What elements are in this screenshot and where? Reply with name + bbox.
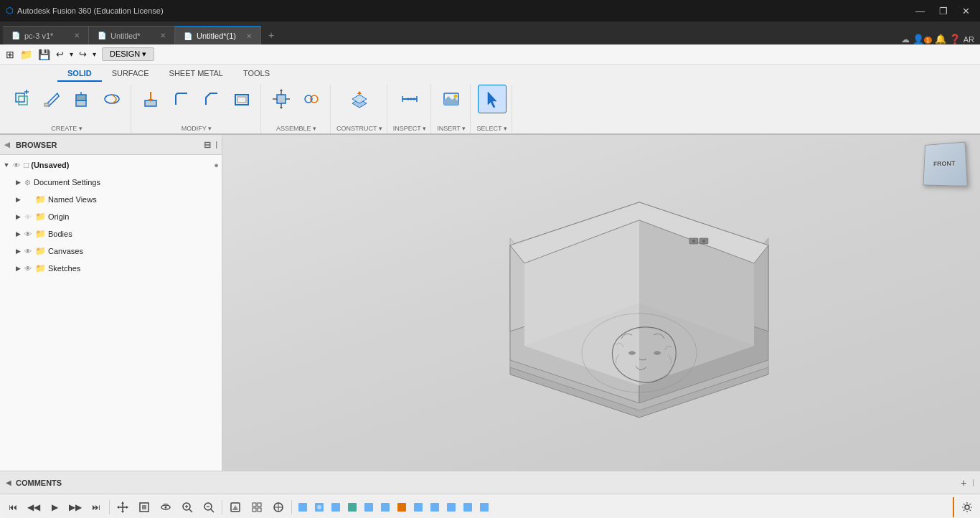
- tab-untitled-close[interactable]: ✕: [160, 32, 166, 39]
- sketches-eye[interactable]: 👁: [23, 263, 33, 273]
- tab-surface[interactable]: SURFACE: [102, 66, 159, 82]
- tab-tools[interactable]: TOOLS: [233, 66, 280, 82]
- timeline-item-8[interactable]: [410, 499, 426, 515]
- tree-item-doc-settings[interactable]: ⚙ Document Settings: [0, 174, 222, 191]
- origin-eye[interactable]: 👁: [23, 212, 33, 222]
- new-component-button[interactable]: [7, 85, 36, 113]
- insert-group: INSERT ▾: [433, 85, 471, 133]
- close-button[interactable]: ✕: [958, 4, 974, 18]
- root-dot-menu[interactable]: ●: [214, 161, 219, 169]
- step-forward-button[interactable]: ▶▶: [65, 497, 85, 517]
- bodies-eye[interactable]: 👁: [23, 229, 33, 239]
- browser-collapse[interactable]: ⊟: [204, 140, 211, 150]
- help-icon[interactable]: ❓: [949, 34, 961, 44]
- construct-group: CONSTRUCT ▾: [332, 85, 387, 133]
- doc-settings-arrow[interactable]: [13, 177, 23, 187]
- tab-sheet-metal[interactable]: SHEET METAL: [159, 66, 233, 82]
- timeline-item-2[interactable]: [311, 499, 327, 515]
- sep2: [222, 500, 222, 514]
- pan-button[interactable]: [113, 497, 133, 517]
- shell-button[interactable]: [227, 85, 256, 113]
- fit-to-window-button[interactable]: [134, 497, 154, 517]
- comments-left-arrow[interactable]: ◀: [6, 479, 11, 486]
- extrude-button[interactable]: [67, 85, 96, 113]
- canvases-eye[interactable]: 👁: [23, 246, 33, 256]
- tab-untitled1-close[interactable]: ✕: [246, 32, 252, 40]
- revolve-button[interactable]: [98, 85, 126, 113]
- tab-solid[interactable]: SOLID: [57, 66, 102, 82]
- tree-item-bodies[interactable]: 👁 📁 Bodies: [0, 225, 222, 242]
- browser-pin[interactable]: |: [215, 141, 217, 149]
- offset-plane-button[interactable]: [345, 85, 374, 113]
- tree-item-root[interactable]: 👁 □ (Unsaved) ●: [0, 156, 222, 174]
- timeline-settings-button[interactable]: [957, 497, 977, 517]
- skip-forward-button[interactable]: ⏭: [86, 497, 106, 517]
- tree-item-canvases[interactable]: 👁 📁 Canvases: [0, 242, 222, 260]
- svg-marker-65: [126, 506, 128, 509]
- tree-item-named-views[interactable]: 📁 Named Views: [0, 191, 222, 208]
- timeline-item-1[interactable]: [295, 499, 311, 515]
- timeline-item-9[interactable]: [427, 499, 443, 515]
- sketches-arrow[interactable]: [13, 263, 23, 273]
- zoom-fit-button[interactable]: [199, 497, 219, 517]
- minimize-button[interactable]: —: [911, 4, 929, 18]
- timeline-settings-icon: [961, 501, 973, 513]
- step-back-button[interactable]: ◀◀: [24, 497, 44, 517]
- save-icon[interactable]: 💾: [38, 49, 50, 60]
- move-copy-button[interactable]: [267, 85, 296, 113]
- notification-icon[interactable]: 🔔: [935, 34, 946, 44]
- tree-item-origin[interactable]: 👁 📁 Origin: [0, 208, 222, 225]
- skip-back-button[interactable]: ⏮: [3, 497, 23, 517]
- timeline-item-11[interactable]: [460, 499, 476, 515]
- svg-marker-62: [121, 501, 124, 504]
- root-arrow[interactable]: [1, 160, 11, 170]
- display-mode-button[interactable]: [225, 497, 245, 517]
- comments-add-button[interactable]: +: [961, 477, 966, 489]
- timeline-item-12[interactable]: [476, 499, 492, 515]
- origin-arrow[interactable]: [13, 212, 23, 222]
- undo-arrow[interactable]: ▾: [70, 50, 73, 58]
- timeline-item-7[interactable]: [394, 499, 410, 515]
- tab-untitled[interactable]: 📄 Untitled* ✕: [89, 26, 175, 44]
- viewcube[interactable]: FRONT: [923, 142, 973, 192]
- restore-button[interactable]: ❐: [935, 4, 952, 18]
- canvases-arrow[interactable]: [13, 246, 23, 256]
- timeline-item-4[interactable]: [344, 499, 360, 515]
- joint-button[interactable]: [297, 85, 326, 113]
- chamfer-button[interactable]: [197, 85, 226, 113]
- undo-button[interactable]: ↩: [56, 49, 64, 60]
- timeline-item-3[interactable]: [328, 499, 344, 515]
- browser-left-arrow[interactable]: ◀: [4, 141, 10, 149]
- fillet-button[interactable]: [167, 85, 196, 113]
- measure-button[interactable]: [395, 85, 424, 113]
- timeline-item-5[interactable]: [361, 499, 377, 515]
- tab-pc3-close[interactable]: ✕: [74, 32, 80, 39]
- redo-button[interactable]: ↪: [79, 49, 87, 60]
- visual-style-button[interactable]: [268, 497, 288, 517]
- design-button[interactable]: DESIGN ▾: [102, 47, 154, 61]
- grid-icon[interactable]: ⊞: [6, 49, 14, 60]
- tab-pc3[interactable]: 📄 pc-3 v1* ✕: [3, 26, 89, 44]
- root-eye[interactable]: 👁: [11, 160, 22, 170]
- play-button[interactable]: ▶: [44, 497, 65, 517]
- named-views-arrow[interactable]: [13, 194, 23, 204]
- comments-pin[interactable]: |: [972, 479, 974, 486]
- orbit-button[interactable]: [156, 497, 176, 517]
- zoom-button[interactable]: [177, 497, 197, 517]
- file-menu-icon[interactable]: 📁: [20, 49, 32, 60]
- redo-arrow[interactable]: ▾: [93, 50, 96, 58]
- viewport[interactable]: FRONT: [222, 135, 980, 471]
- timeline-item-10[interactable]: [443, 499, 459, 515]
- insert-image-button[interactable]: [437, 85, 466, 113]
- viewcube-inner[interactable]: FRONT: [923, 142, 968, 187]
- tab-untitled1[interactable]: 📄 Untitled*(1) ✕: [175, 26, 261, 44]
- tree-item-sketches[interactable]: 👁 📁 Sketches: [0, 260, 222, 277]
- grid-mode-button[interactable]: [247, 497, 267, 517]
- select-button[interactable]: [478, 85, 507, 113]
- add-tab-button[interactable]: +: [261, 26, 281, 44]
- bodies-arrow[interactable]: [13, 229, 23, 239]
- sketch-button[interactable]: [37, 85, 66, 113]
- svg-rect-0: [16, 93, 24, 102]
- press-pull-button[interactable]: [137, 85, 166, 113]
- timeline-item-6[interactable]: [377, 499, 393, 515]
